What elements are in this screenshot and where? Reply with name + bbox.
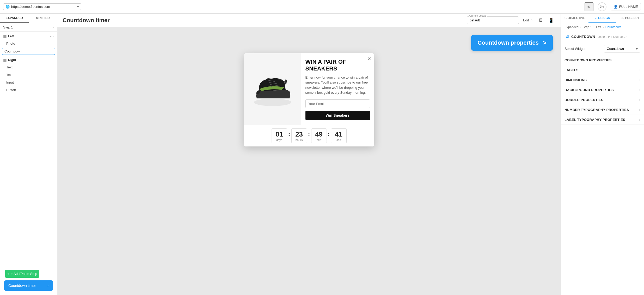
popup-close-button[interactable]: ✕: [367, 56, 371, 62]
locale-select[interactable]: default: [467, 16, 519, 24]
section-background-properties-label: BACKGROUND PROPERTIES: [565, 88, 614, 92]
min-label: min: [317, 138, 321, 141]
canvas-header: Countdown timer Current Locale default E…: [57, 14, 561, 27]
top-bar-right: ✉ 1% 👤 FULL NAME: [585, 2, 641, 11]
sidebar-item-input[interactable]: Input: [0, 79, 57, 86]
countdown-label: Countdown: [4, 49, 22, 53]
sidebar-item-text-1[interactable]: Text: [0, 63, 57, 71]
step-row[interactable]: Step 1 ▾: [0, 23, 57, 32]
right-panel-sections: COUNTDOWN PROPERTIES › LABELS › DIMENSIO…: [561, 55, 644, 295]
device-icons: 🖥 📱: [537, 16, 555, 24]
popup-right: WIN A PAIR OF SNEAKERS Enter now for you…: [301, 53, 374, 125]
countdown-min: 49 min: [311, 128, 327, 143]
section-dimensions[interactable]: DIMENSIONS ›: [561, 75, 644, 85]
breadcrumb-sep-2: ›: [593, 25, 594, 29]
left-section-title: ▦ Left: [3, 34, 14, 38]
sidebar-bottom: + + Add/Paste Step Countdown timer ›: [0, 265, 57, 295]
edit-in-label: Edit in: [523, 18, 532, 22]
select-widget-dropdown[interactable]: Countdown: [604, 45, 640, 52]
desktop-icon[interactable]: 🖥: [537, 16, 544, 24]
widget-header: 🖥 COUNTDOWN 3b20-0445-63e6-ae97: [561, 31, 644, 42]
sidebar-item-button[interactable]: Button: [0, 86, 57, 94]
section-number-typography-properties[interactable]: NUMBER TYPOGRAPHY PROPERTIES ›: [561, 105, 644, 115]
tab-publish[interactable]: 3. PUBLISH: [616, 14, 644, 23]
popup-title: WIN A PAIR OF SNEAKERS: [305, 58, 370, 72]
breadcrumb-left[interactable]: Left: [596, 25, 601, 29]
countdown-sec: 41 sec: [331, 128, 347, 143]
breadcrumb-sep-3: ›: [603, 25, 604, 29]
locale-wrapper: Current Locale default: [467, 16, 519, 24]
popup-left: [244, 53, 301, 125]
section-labels-arrow-icon: ›: [639, 68, 640, 72]
section-label-typography-label: LABEL TYPOGRAPHY PROPERTIES: [565, 118, 625, 122]
full-name-label: FULL NAME: [619, 5, 638, 9]
section-border-properties-arrow-icon: ›: [639, 98, 640, 102]
section-countdown-properties-arrow-icon: ›: [639, 58, 640, 62]
left-section-label: Left: [8, 34, 14, 38]
tab-objective[interactable]: 1. OBJECTIVE: [561, 14, 588, 23]
widget-name: COUNTDOWN: [571, 35, 595, 39]
countdown-properties-banner[interactable]: Countdown properties >: [471, 35, 553, 51]
section-number-typography-label: NUMBER TYPOGRAPHY PROPERTIES: [565, 108, 629, 112]
columns-icon: ▦: [3, 34, 7, 38]
section-labels[interactable]: LABELS ›: [561, 65, 644, 75]
add-icon: +: [7, 272, 9, 276]
right-panel-tabs: 1. OBJECTIVE 2. DESIGN 3. PUBLISH: [561, 14, 644, 23]
shoe-svg: [252, 68, 293, 110]
select-widget-label: Select Widget: [565, 47, 585, 51]
countdown-timer-button[interactable]: Countdown timer ›: [4, 280, 53, 291]
section-countdown-properties[interactable]: COUNTDOWN PROPERTIES ›: [561, 55, 644, 65]
section-border-properties[interactable]: BORDER PROPERTIES ›: [561, 95, 644, 105]
sep-2: :: [308, 130, 311, 138]
breadcrumb-step1[interactable]: Step 1: [583, 25, 592, 29]
top-bar: 🌐 https://demo.fluentos.com ▾ ✉ 1% 👤 FUL…: [0, 0, 644, 14]
page-title: Countdown timer: [63, 17, 110, 24]
sidebar-item-countdown[interactable]: Countdown: [2, 48, 55, 55]
email-input[interactable]: [305, 99, 370, 108]
sidebar-item-text-2[interactable]: Text: [0, 71, 57, 79]
full-name-button[interactable]: 👤 FULL NAME: [611, 3, 641, 10]
section-border-properties-label: BORDER PROPERTIES: [565, 98, 603, 102]
banner-arrow-icon: >: [543, 39, 547, 46]
popup-container: ✕: [244, 53, 374, 146]
left-section-menu-icon[interactable]: ⋯: [50, 34, 54, 39]
tab-design[interactable]: 2. DESIGN: [588, 14, 616, 23]
sidebar-tabs: EXPANDED MINIFIED: [0, 14, 57, 23]
globe-icon: 🌐: [5, 5, 10, 9]
right-section-title: ▦ Right: [3, 58, 16, 62]
avatar-percent: 1%: [600, 5, 604, 8]
sec-value: 41: [335, 130, 342, 138]
select-widget-row: Select Widget Countdown: [561, 42, 644, 55]
avatar[interactable]: 1%: [598, 2, 606, 11]
website-url: https://demo.fluentos.com: [11, 5, 50, 9]
section-countdown-properties-label: COUNTDOWN PROPERTIES: [565, 58, 612, 62]
right-section-menu-icon[interactable]: ⋯: [50, 57, 54, 62]
step-label: Step 1: [3, 25, 13, 29]
mobile-icon[interactable]: 📱: [547, 16, 555, 24]
sidebar-item-photo[interactable]: Photo: [0, 40, 57, 47]
right-panel: 1. OBJECTIVE 2. DESIGN 3. PUBLISH Expand…: [561, 14, 644, 295]
breadcrumb-expanded[interactable]: Expanded: [565, 25, 579, 29]
add-paste-label: + Add/Paste Step: [11, 272, 37, 276]
sep-1: :: [288, 130, 291, 138]
win-sneakers-button[interactable]: Win Sneakers: [305, 111, 370, 120]
user-icon: 👤: [614, 5, 618, 9]
section-dimensions-label: DIMENSIONS: [565, 78, 587, 82]
svg-point-0: [254, 99, 291, 106]
website-select[interactable]: 🌐 https://demo.fluentos.com ▾: [3, 3, 81, 10]
tab-minified[interactable]: MINIFIED: [29, 14, 57, 23]
right-section-header: ▦ Right ⋯: [0, 55, 57, 63]
countdown-days: 01 days: [272, 128, 287, 143]
section-label-typography-properties[interactable]: LABEL TYPOGRAPHY PROPERTIES ›: [561, 115, 644, 125]
section-dimensions-arrow-icon: ›: [639, 78, 640, 82]
email-icon[interactable]: ✉: [585, 2, 593, 11]
tab-expanded[interactable]: EXPANDED: [0, 14, 29, 23]
photo-label: Photo: [6, 42, 15, 45]
section-background-properties[interactable]: BACKGROUND PROPERTIES ›: [561, 85, 644, 95]
hours-value: 23: [295, 130, 303, 138]
widget-monitor-icon: 🖥: [565, 34, 569, 39]
countdown-timer-arrow-icon: ›: [47, 284, 49, 288]
min-value: 49: [315, 130, 323, 138]
days-value: 01: [275, 130, 283, 138]
add-paste-step-button[interactable]: + + Add/Paste Step: [5, 270, 39, 278]
